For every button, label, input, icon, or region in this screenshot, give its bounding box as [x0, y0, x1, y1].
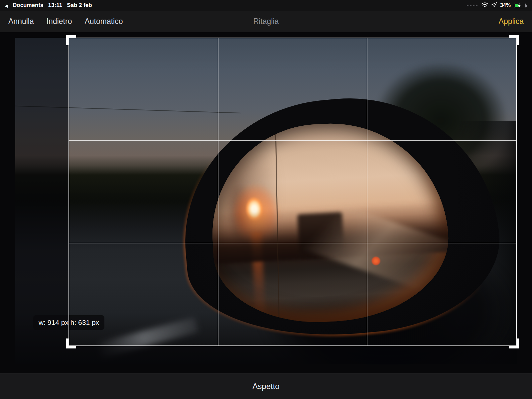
status-time: 13:11	[48, 2, 63, 9]
charging-bolt-icon	[517, 3, 522, 9]
crop-handle-top-left[interactable]	[66, 35, 76, 45]
crop-handle-top-right[interactable]	[509, 35, 519, 45]
crop-handle-bottom-right[interactable]	[509, 338, 519, 348]
location-arrow-icon	[491, 2, 497, 9]
apply-button[interactable]: Applica	[499, 11, 524, 32]
cancel-button[interactable]: Annulla	[8, 17, 34, 26]
crop-handle-bottom-left[interactable]	[66, 338, 76, 348]
battery-percent: 34%	[500, 2, 511, 8]
grid-line-vertical-1	[218, 38, 218, 345]
crop-editor-screen: ◀ Documents 13:11 Sab 2 feb 34%	[0, 0, 532, 399]
grid-line-vertical-2	[367, 38, 367, 345]
status-bar-right: 34%	[467, 2, 527, 9]
status-bar: ◀ Documents 13:11 Sab 2 feb 34%	[0, 0, 532, 11]
back-to-app-icon[interactable]: ◀	[5, 4, 8, 8]
cellular-signal-icon	[467, 5, 477, 6]
status-app-name[interactable]: Documents	[13, 2, 44, 9]
wifi-icon	[481, 2, 488, 9]
battery-tip	[526, 5, 527, 7]
status-bar-left: ◀ Documents 13:11 Sab 2 feb	[5, 2, 92, 9]
grid-line-horizontal-1	[69, 140, 516, 141]
toolbar-left-group: Annulla Indietro Automatico	[8, 11, 123, 32]
bottom-bar: Aspetto	[0, 373, 532, 399]
photo-canvas: w: 914 px h: 631 px	[0, 32, 532, 373]
automatic-button[interactable]: Automatico	[84, 17, 123, 26]
aspect-button[interactable]: Aspetto	[252, 382, 279, 391]
crop-window[interactable]	[68, 38, 517, 346]
grid-line-horizontal-2	[69, 243, 516, 243]
status-date: Sab 2 feb	[67, 2, 92, 9]
back-button[interactable]: Indietro	[47, 17, 72, 26]
crop-toolbar: Annulla Indietro Automatico Ritaglia App…	[0, 11, 532, 32]
battery-icon	[514, 3, 526, 8]
